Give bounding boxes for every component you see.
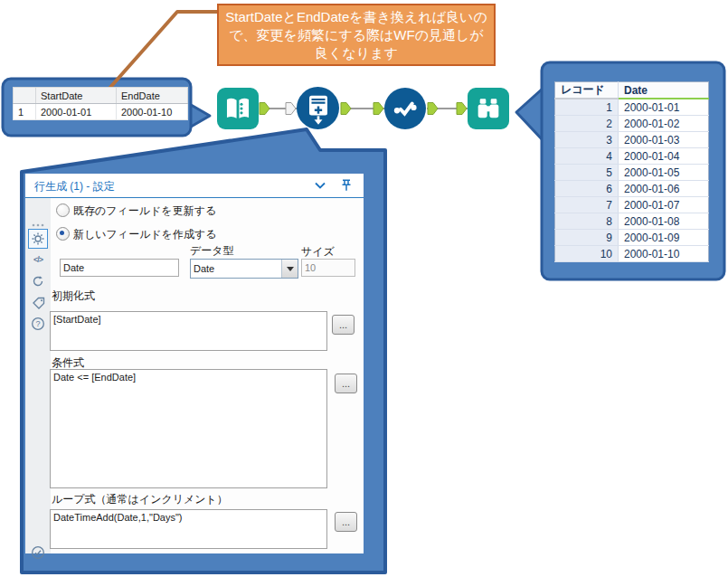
size-label: サイズ (301, 244, 335, 260)
input-table-row: 1 2000-01-01 2000-01-10 (14, 104, 188, 120)
date-cell: 2000-01-04 (619, 148, 709, 165)
record-cell: 5 (555, 165, 619, 181)
dropdown-button[interactable] (281, 260, 298, 278)
binoculars-icon (474, 94, 503, 123)
select-check-icon (389, 92, 421, 125)
tag-icon[interactable] (31, 296, 45, 310)
enddate-header: EndDate (117, 88, 188, 104)
record-cell: 2 (555, 116, 619, 132)
field-name-input[interactable] (60, 259, 179, 277)
table-row: 72000-01-07 (555, 197, 709, 213)
table-row: 12000-01-01 (555, 99, 709, 116)
init-expression-textarea[interactable]: [StartDate] (50, 311, 327, 351)
tool-select[interactable] (384, 88, 426, 129)
radio-update-existing-field[interactable] (56, 203, 70, 217)
date-cell: 2000-01-09 (619, 230, 709, 246)
loop-expression-textarea[interactable]: DateTimeAdd(Date,1,"Days") (50, 509, 327, 549)
table-row: 102000-01-10 (555, 246, 709, 262)
tool-generate-rows[interactable] (297, 87, 339, 129)
radio-update-existing-label: 既存のフィールドを更新する (73, 203, 216, 219)
startdate-header: StartDate (36, 88, 117, 104)
record-cell: 3 (555, 132, 619, 148)
datatype-selected-value: Date (191, 263, 281, 274)
table-row: 62000-01-06 (555, 181, 709, 197)
output-anchor (341, 103, 351, 115)
row-number-header (14, 88, 36, 104)
enddate-cell: 2000-01-10 (117, 104, 188, 120)
panel-title: 行生成 (1) - 設定 (34, 179, 115, 194)
init-expression-editor-button[interactable]: ... (332, 315, 355, 335)
output-anchor (428, 103, 438, 115)
gear-icon[interactable] (28, 229, 48, 249)
date-cell: 2000-01-07 (619, 197, 709, 213)
code-icon[interactable]: </> (31, 252, 45, 267)
input-anchor (373, 103, 383, 115)
loop-expression-label: ループ式（通常はインクリメント） (52, 492, 228, 507)
config-sidebar: </> ? (25, 198, 51, 553)
table-row: 82000-01-08 (555, 213, 709, 230)
table-row: 92000-01-09 (555, 230, 709, 246)
run-arrow-icon[interactable] (31, 274, 45, 288)
config-panel-header: 行生成 (1) - 設定 (25, 174, 364, 198)
record-cell: 7 (555, 197, 619, 213)
radio-create-new-label: 新しいフィールドを作成する (73, 227, 217, 242)
init-expression-label: 初期化式 (52, 288, 95, 304)
record-cell: 6 (555, 181, 619, 197)
condition-expression-editor-button[interactable]: ... (335, 374, 357, 393)
output-data-table: レコード Date 12000-01-01 22000-01-02 32000-… (554, 81, 709, 262)
input-table-header-row: StartDate EndDate (14, 88, 188, 104)
loop-expression-editor-button[interactable]: ... (335, 512, 357, 532)
table-row: 42000-01-04 (555, 148, 709, 165)
record-cell: 10 (555, 246, 619, 262)
config-panel: 行生成 (1) - 設定 </> (25, 174, 364, 553)
input-anchor (286, 103, 296, 115)
date-cell: 2000-01-05 (619, 165, 709, 181)
table-row: 52000-01-05 (555, 165, 709, 181)
datatype-select[interactable]: Date (190, 259, 298, 279)
date-cell: 2000-01-01 (619, 99, 709, 116)
startdate-cell: 2000-01-01 (36, 104, 117, 120)
record-cell: 9 (555, 230, 619, 246)
record-cell: 4 (555, 148, 619, 165)
datatype-label: データ型 (190, 243, 234, 259)
help-icon[interactable]: ? (31, 317, 45, 331)
date-cell: 2000-01-06 (619, 181, 709, 197)
date-cell: 2000-01-03 (619, 132, 709, 148)
record-cell: 8 (555, 213, 619, 230)
tool-text-input[interactable] (217, 88, 259, 129)
input-anchor (457, 103, 467, 115)
open-book-icon (222, 93, 253, 124)
workflow-canvas: StartDateとEndDateを書き換えれば良いので、変更を頻繁にする際はW… (0, 0, 728, 577)
check-circle-icon[interactable] (31, 545, 45, 560)
svg-text:?: ? (35, 319, 40, 328)
date-header: Date (619, 82, 709, 99)
dropdown-arrow-icon (287, 267, 294, 271)
condition-expression-textarea[interactable]: Date <= [EndDate] (50, 369, 327, 488)
date-cell: 2000-01-08 (619, 213, 709, 230)
chevron-down-icon[interactable] (315, 182, 326, 189)
table-row: 32000-01-03 (555, 132, 709, 148)
radio-create-new-field[interactable] (56, 227, 70, 241)
input-data-table: StartDate EndDate 1 2000-01-01 2000-01-1… (13, 87, 188, 120)
generate-rows-icon (300, 90, 336, 127)
table-row: 22000-01-02 (555, 116, 709, 132)
annotation-callout: StartDateとEndDateを書き換えれば良いので、変更を頻繁にする際はW… (217, 4, 496, 66)
output-anchor (260, 103, 269, 115)
record-header: レコード (555, 82, 619, 99)
date-cell: 2000-01-10 (619, 246, 709, 262)
pin-icon[interactable] (340, 178, 353, 193)
output-table-bubble-tail (516, 88, 544, 141)
record-cell: 1 (555, 99, 619, 116)
tool-browse[interactable] (468, 88, 509, 129)
output-table-header-row: レコード Date (555, 82, 709, 99)
size-input[interactable] (301, 259, 355, 277)
row-number-cell: 1 (14, 104, 36, 120)
date-cell: 2000-01-02 (619, 116, 709, 132)
